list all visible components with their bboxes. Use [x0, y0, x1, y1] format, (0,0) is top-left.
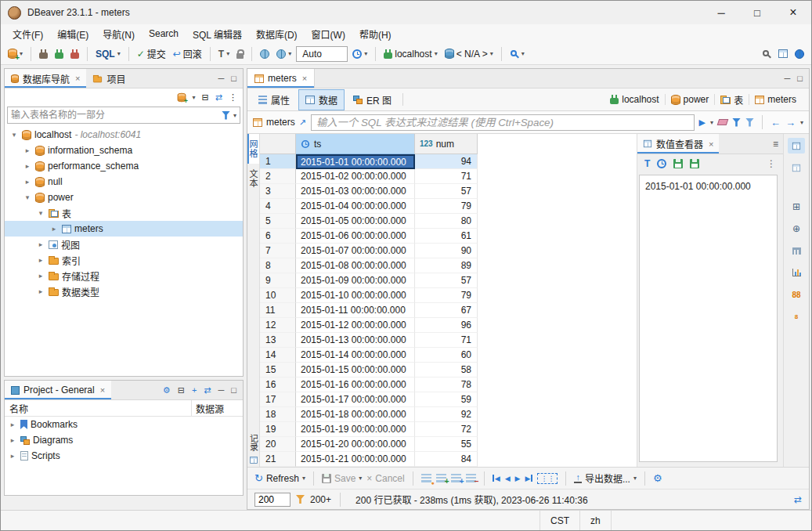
network-button[interactable]: [258, 48, 272, 60]
tree-item-information_schema[interactable]: ▸information_schema: [5, 143, 243, 158]
expand-toggle-icon[interactable]: ▾: [36, 209, 45, 217]
cell-ts[interactable]: 2015-01-21 00:00:00.000: [296, 452, 415, 467]
cell-num[interactable]: 80: [415, 214, 478, 229]
cell-num[interactable]: 90: [415, 244, 478, 258]
background-tasks-icon[interactable]: ⇄: [794, 494, 802, 505]
auto-commit-combo[interactable]: Auto: [296, 46, 348, 62]
duplicate-row-icon[interactable]: [451, 474, 461, 482]
tree-item-meters[interactable]: ▸meters: [5, 221, 243, 237]
cell-ts[interactable]: 2015-01-20 00:00:00.000: [296, 437, 415, 452]
cell-num[interactable]: 92: [415, 407, 478, 422]
table-row[interactable]: 112015-01-11 00:00:00.00067: [260, 303, 637, 318]
expand-toggle-icon[interactable]: ▾: [23, 193, 32, 201]
cell-ts[interactable]: 2015-01-13 00:00:00.000: [296, 333, 415, 348]
collapse-toggle-icon[interactable]: ▸: [36, 287, 45, 295]
calc-panel-icon[interactable]: [788, 160, 805, 175]
cell-ts[interactable]: 2015-01-06 00:00:00.000: [296, 229, 415, 244]
tree-item-索引[interactable]: ▸索引: [5, 252, 243, 268]
result-table-chip[interactable]: meters ↗: [253, 117, 306, 128]
expand-all-icon[interactable]: +: [192, 386, 197, 395]
sql-filter-input[interactable]: [311, 114, 695, 131]
last-row-icon[interactable]: ▶: [525, 475, 532, 482]
chevron-down-icon[interactable]: ▾: [800, 119, 803, 126]
maximize-view-icon[interactable]: □: [797, 74, 803, 83]
cell-num[interactable]: 57: [415, 273, 478, 288]
tab-database-navigator[interactable]: 数据库导航 ×: [5, 69, 86, 88]
table-row[interactable]: 62015-01-06 00:00:00.00061: [260, 229, 637, 244]
cell-ts[interactable]: 2015-01-04 00:00:00.000: [296, 199, 415, 214]
add-panel-icon[interactable]: ⊕: [788, 221, 805, 237]
tab-属性[interactable]: 属性: [251, 89, 297, 110]
menu-item[interactable]: 编辑(E): [50, 24, 96, 43]
overflow-menu-icon[interactable]: ⋮: [767, 158, 776, 169]
table-row[interactable]: 172015-01-17 00:00:00.00059: [260, 392, 637, 407]
cell-ts[interactable]: 2015-01-19 00:00:00.000: [296, 422, 415, 437]
table-row[interactable]: 152015-01-15 00:00:00.00058: [260, 363, 637, 377]
apply-filter-icon[interactable]: ▶: [699, 117, 706, 128]
next-row-icon[interactable]: ▶: [515, 475, 521, 482]
collapse-toggle-icon[interactable]: ▸: [8, 436, 17, 444]
tree-item-performance_schema[interactable]: ▸performance_schema: [5, 158, 243, 174]
history-back-icon[interactable]: ←: [770, 117, 781, 128]
table-row[interactable]: 32015-01-03 00:00:00.00057: [260, 184, 637, 199]
menu-item[interactable]: SQL 编辑器: [186, 24, 249, 43]
presentation-tab-文本[interactable]: 文本: [247, 164, 259, 193]
minimize-view-icon[interactable]: ─: [218, 386, 225, 395]
clear-filter-icon[interactable]: [717, 119, 729, 125]
close-icon[interactable]: ×: [709, 139, 713, 149]
table-row[interactable]: 202015-01-20 00:00:00.00055: [260, 437, 637, 452]
link-editor-icon[interactable]: ⇄: [204, 386, 211, 395]
language-cell[interactable]: zh: [579, 511, 612, 530]
connection-combo[interactable]: localhost▾: [381, 47, 439, 61]
project-item-Bookmarks[interactable]: ▸Bookmarks: [5, 417, 243, 432]
tab-value-viewer[interactable]: 数值查看器 ×: [637, 134, 719, 154]
cell-ts[interactable]: 2015-01-11 00:00:00.000: [296, 303, 415, 318]
table-row[interactable]: 82015-01-08 00:00:00.00089: [260, 258, 637, 273]
collapse-all-icon[interactable]: ⊟: [202, 93, 209, 102]
cell-ts[interactable]: 2015-01-02 00:00:00.000: [296, 169, 415, 184]
presentation-tab-网格[interactable]: 网格: [247, 134, 259, 164]
project-item-Scripts[interactable]: ▸Scripts: [5, 448, 243, 464]
column-header-ts[interactable]: ts: [296, 134, 415, 154]
previous-row-icon[interactable]: ◀: [505, 475, 511, 482]
table-row[interactable]: 192015-01-19 00:00:00.00072: [260, 422, 637, 437]
cell-num[interactable]: 89: [415, 258, 478, 273]
tab-数据[interactable]: 数据: [298, 89, 345, 110]
cell-ts[interactable]: 2015-01-16 00:00:00.000: [296, 377, 415, 392]
link-editor-icon[interactable]: ⇄: [215, 93, 222, 102]
chevron-down-icon[interactable]: ▾: [233, 112, 236, 119]
tree-item-power[interactable]: ▾power: [5, 190, 243, 205]
selection-icon[interactable]: ⋮⋮: [537, 473, 558, 484]
transaction-log-button[interactable]: ▾: [350, 48, 370, 60]
collapse-all-icon[interactable]: ⊟: [178, 386, 185, 395]
menu-item[interactable]: 文件(F): [5, 24, 50, 43]
new-connection-icon[interactable]: [177, 93, 186, 103]
tree-item-视图[interactable]: ▸视图: [5, 237, 243, 252]
navigator-filter-input[interactable]: [11, 110, 218, 121]
breadcrumb-power[interactable]: power: [667, 92, 713, 107]
history-forward-icon[interactable]: →: [785, 117, 796, 128]
cell-num[interactable]: 78: [415, 377, 478, 392]
overflow-menu-icon[interactable]: ⋮: [229, 93, 237, 102]
table-row[interactable]: 212015-01-21 00:00:00.00084: [260, 452, 637, 467]
menu-item[interactable]: Search: [142, 24, 186, 43]
gear-icon[interactable]: ⚙: [163, 386, 171, 395]
cell-num[interactable]: 59: [415, 392, 478, 407]
table-row[interactable]: 92015-01-09 00:00:00.00057: [260, 273, 637, 288]
cell-ts[interactable]: 2015-01-05 00:00:00.000: [296, 214, 415, 229]
cell-num[interactable]: 94: [415, 154, 478, 169]
tab-project-general[interactable]: Project - General ×: [5, 381, 111, 399]
cell-ts[interactable]: 2015-01-03 00:00:00.000: [296, 184, 415, 199]
cell-num[interactable]: 61: [415, 229, 478, 244]
cell-ts[interactable]: 2015-01-09 00:00:00.000: [296, 273, 415, 288]
save-filter-icon[interactable]: [732, 118, 741, 127]
save-value-icon[interactable]: [673, 159, 683, 168]
cell-num[interactable]: 58: [415, 363, 478, 377]
cell-ts[interactable]: 2015-01-07 00:00:00.000: [296, 244, 415, 258]
fetch-size-input[interactable]: [254, 493, 291, 507]
table-row[interactable]: 182015-01-18 00:00:00.00092: [260, 407, 637, 422]
cell-num[interactable]: 67: [415, 303, 478, 318]
cell-ts[interactable]: 2015-01-12 00:00:00.000: [296, 318, 415, 333]
column-header-num[interactable]: 123 num: [415, 134, 478, 154]
maximize-view-icon[interactable]: □: [231, 74, 236, 83]
